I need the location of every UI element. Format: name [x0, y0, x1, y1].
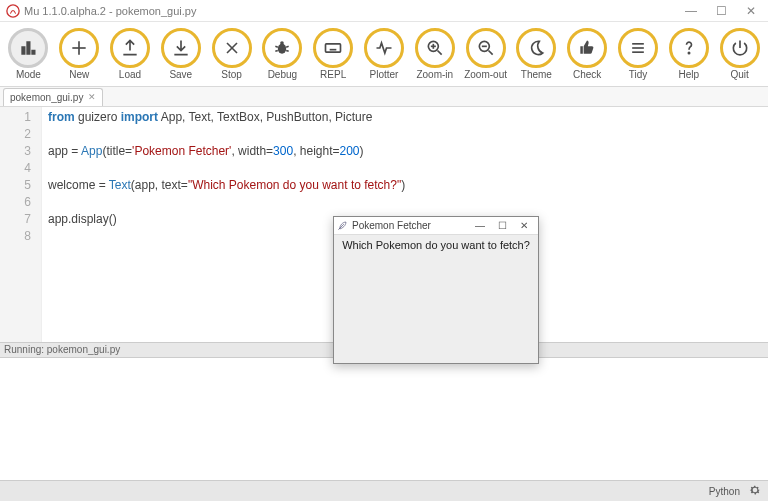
quit-label: Quit [730, 69, 748, 80]
feather-icon [337, 220, 348, 231]
svg-point-6 [281, 41, 285, 45]
moon-icon [516, 28, 556, 68]
debug-label: Debug [268, 69, 297, 80]
window-title: Mu 1.1.0.alpha.2 - pokemon_gui.py [24, 5, 676, 17]
zoom-out-button[interactable]: Zoom-out [461, 28, 510, 80]
tab-bar: pokemon_gui.py ✕ [0, 87, 768, 107]
app-window-title: Pokemon Fetcher [352, 220, 469, 231]
app-window-close[interactable]: ✕ [513, 220, 535, 231]
svg-line-19 [437, 51, 441, 55]
quit-button[interactable]: Quit [715, 28, 764, 80]
svg-line-8 [287, 46, 290, 47]
zoom-in-icon [415, 28, 455, 68]
save-label: Save [169, 69, 192, 80]
upload-icon [110, 28, 150, 68]
tab-label: pokemon_gui.py [10, 92, 83, 103]
zoom-out-label: Zoom-out [464, 69, 507, 80]
load-label: Load [119, 69, 141, 80]
mode-label: Mode [16, 69, 41, 80]
app-window[interactable]: Pokemon Fetcher — ☐ ✕ Which Pokemon do y… [333, 216, 539, 364]
check-button[interactable]: Check [563, 28, 612, 80]
save-button[interactable]: Save [156, 28, 205, 80]
question-icon [669, 28, 709, 68]
stop-button[interactable]: Stop [207, 28, 256, 80]
tidy-label: Tidy [629, 69, 648, 80]
footer: Python [0, 480, 768, 501]
help-label: Help [678, 69, 699, 80]
app-window-maximize[interactable]: ☐ [491, 220, 513, 231]
theme-button[interactable]: Theme [512, 28, 561, 80]
power-icon [720, 28, 760, 68]
load-button[interactable]: Load [106, 28, 155, 80]
help-button[interactable]: Help [664, 28, 713, 80]
svg-line-9 [276, 51, 279, 52]
file-tab[interactable]: pokemon_gui.py ✕ [3, 88, 103, 106]
svg-line-7 [276, 46, 279, 47]
zoom-in-label: Zoom-in [416, 69, 453, 80]
new-label: New [69, 69, 89, 80]
tidy-button[interactable]: Tidy [614, 28, 663, 80]
output-panel[interactable] [0, 358, 768, 480]
plotter-button[interactable]: Plotter [360, 28, 409, 80]
repl-label: REPL [320, 69, 346, 80]
download-icon [161, 28, 201, 68]
zoom-out-icon [466, 28, 506, 68]
svg-point-5 [278, 44, 286, 54]
repl-button[interactable]: REPL [309, 28, 358, 80]
settings-gear-icon[interactable] [748, 483, 762, 499]
zoom-in-button[interactable]: Zoom-in [410, 28, 459, 80]
pulse-icon [364, 28, 404, 68]
svg-line-23 [488, 51, 492, 55]
mode-icon [8, 28, 48, 68]
check-label: Check [573, 69, 601, 80]
footer-language: Python [709, 486, 740, 497]
theme-label: Theme [521, 69, 552, 80]
welcome-text: Which Pokemon do you want to fetch? [342, 239, 530, 251]
window-close-button[interactable]: ✕ [736, 0, 766, 22]
svg-line-10 [287, 51, 290, 52]
debug-button[interactable]: Debug [258, 28, 307, 80]
stop-icon [212, 28, 252, 68]
plotter-label: Plotter [370, 69, 399, 80]
app-window-titlebar[interactable]: Pokemon Fetcher — ☐ ✕ [334, 217, 538, 235]
line-gutter: 12345678 [0, 107, 42, 342]
plus-icon [59, 28, 99, 68]
stop-label: Stop [221, 69, 242, 80]
window-minimize-button[interactable]: — [676, 0, 706, 22]
mode-button[interactable]: Mode [4, 28, 53, 80]
app-window-body: Which Pokemon do you want to fetch? [334, 235, 538, 255]
window-maximize-button[interactable]: ☐ [706, 0, 736, 22]
keyboard-icon [313, 28, 353, 68]
svg-rect-11 [326, 44, 341, 52]
app-window-minimize[interactable]: — [469, 220, 491, 231]
toolbar: Mode New Load Save Stop Debug REPL Plott… [0, 22, 768, 87]
tab-close-icon[interactable]: ✕ [88, 93, 96, 102]
list-icon [618, 28, 658, 68]
new-button[interactable]: New [55, 28, 104, 80]
app-logo-icon [6, 4, 20, 18]
bug-icon [262, 28, 302, 68]
running-text: Running: pokemon_gui.py [4, 344, 120, 355]
window-titlebar: Mu 1.1.0.alpha.2 - pokemon_gui.py — ☐ ✕ [0, 0, 768, 22]
svg-point-28 [688, 52, 689, 53]
thumbs-up-icon [567, 28, 607, 68]
